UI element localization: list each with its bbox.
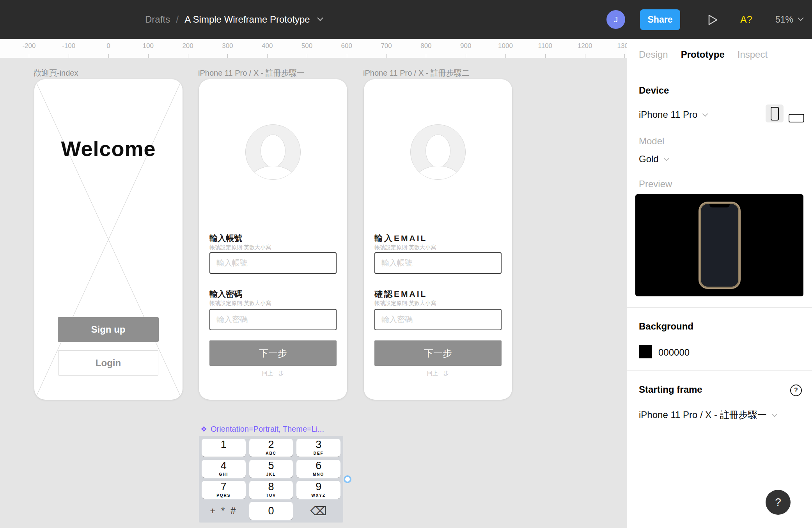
ruler-number: 1200 — [578, 42, 592, 50]
tab-prototype[interactable]: Prototype — [681, 49, 725, 60]
portrait-orientation-button[interactable] — [766, 105, 784, 122]
ruler-number: 500 — [301, 42, 312, 50]
numeric-keyboard[interactable]: 12ABC3DEF4GHI5JKL6MNO7PQRS8TUV9WXYZ+ * #… — [199, 436, 343, 523]
field-hint-password: 帳號設定原則:英數大小寫 — [209, 300, 271, 307]
ruler-tick — [466, 54, 466, 58]
key-digit: 5 — [268, 461, 274, 471]
next-step-button[interactable]: 下一步 — [374, 340, 502, 366]
login-button[interactable]: Login — [58, 350, 158, 376]
ruler-tick — [148, 54, 149, 58]
model-select[interactable]: Gold — [639, 154, 669, 165]
device-select[interactable]: iPhone 11 Pro — [639, 109, 707, 120]
keypad-key-3[interactable]: 3DEF — [296, 439, 340, 457]
key-digit: 2 — [268, 439, 274, 450]
back-link[interactable]: 回上一步 — [199, 370, 347, 377]
key-letters: WXYZ — [311, 493, 326, 498]
ruler-number: 900 — [460, 42, 471, 50]
keypad-key-1[interactable]: 1 — [202, 439, 246, 457]
frame-title-welcome[interactable]: 歡迎頁-index — [34, 68, 78, 78]
tab-inspect[interactable]: Inspect — [738, 49, 768, 60]
frame-welcome[interactable]: Welcome Sign up Login — [34, 79, 183, 400]
file-title[interactable]: A Simple Wireframe Prototype — [184, 14, 310, 25]
password-input[interactable] — [209, 309, 337, 330]
avatar-placeholder-icon — [410, 124, 466, 180]
signup-button[interactable]: Sign up — [58, 317, 159, 342]
phone-portrait-icon — [771, 107, 779, 120]
starting-frame-heading: Starting frame — [639, 384, 702, 395]
email-input[interactable] — [374, 252, 502, 274]
ruler-tick — [585, 54, 585, 58]
key-letters: MNO — [313, 472, 324, 477]
present-play-button[interactable] — [704, 12, 720, 28]
avatar-placeholder-icon — [245, 124, 301, 180]
key-digit: 8 — [268, 482, 274, 492]
key-letters: DEF — [314, 451, 324, 456]
ruler-tick — [307, 54, 307, 58]
zoom-control[interactable]: 51% — [775, 0, 802, 39]
keypad-key-8[interactable]: 8TUV — [249, 481, 293, 499]
device-heading: Device — [639, 85, 669, 96]
confirm-email-input[interactable] — [374, 309, 502, 330]
topbar: Drafts / A Simple Wireframe Prototype J … — [0, 0, 812, 39]
keypad-key-9[interactable]: 9WXYZ — [296, 481, 340, 499]
preview-phone-screen — [701, 204, 738, 287]
account-input[interactable] — [209, 252, 337, 274]
ruler-tick — [227, 54, 228, 58]
accessibility-badge[interactable]: A? — [740, 0, 752, 39]
key-letters: ABC — [266, 451, 277, 456]
field-label-password: 輸入密碼 — [209, 289, 242, 299]
back-link[interactable]: 回上一步 — [364, 370, 512, 377]
phone-landscape-icon — [789, 114, 804, 122]
ruler-number: 100 — [143, 42, 154, 50]
canvas[interactable]: 歡迎頁-index iPhone 11 Pro / X - 註冊步驟一 iPho… — [0, 58, 627, 528]
ruler-number: 1100 — [538, 42, 553, 50]
keypad-key-6[interactable]: 6MNO — [296, 460, 340, 478]
share-button[interactable]: Share — [640, 9, 680, 30]
field-label-email: 輸入EMAIL — [374, 233, 427, 244]
keypad-key-5[interactable]: 5JKL — [249, 460, 293, 478]
preview-label: Preview — [639, 179, 672, 190]
preview-phone-gold — [699, 202, 741, 289]
avatar-shoulders-shape — [411, 166, 465, 180]
keyboard-component-label[interactable]: ❖ Orientation=Portrait, Theme=Li... — [200, 425, 324, 434]
frame-title-step1[interactable]: iPhone 11 Pro / X - 註冊步驟一 — [198, 68, 305, 78]
key-digit: 7 — [221, 482, 227, 492]
field-hint-email: 帳號設定原則:英數大小寫 — [374, 244, 436, 251]
avatar-head-shape — [426, 135, 450, 167]
help-button[interactable]: ? — [766, 490, 791, 515]
ruler-number: 1000 — [498, 42, 513, 50]
next-step-button[interactable]: 下一步 — [209, 340, 337, 366]
landscape-orientation-button[interactable] — [788, 109, 805, 127]
background-color-swatch[interactable] — [639, 345, 652, 358]
device-chevron-down-icon — [702, 111, 708, 116]
ruler-tick — [108, 54, 109, 58]
ruler-number: -100 — [62, 42, 75, 50]
ruler-tick — [426, 54, 426, 58]
starting-frame-help-icon[interactable]: ? — [790, 384, 802, 396]
component-icon: ❖ — [200, 425, 207, 434]
frame-step2[interactable]: 輸入EMAIL 帳號設定原則:英數大小寫 確認EMAIL 帳號設定原則:英數大小… — [364, 79, 512, 400]
symbols-key[interactable]: + * # — [202, 502, 246, 520]
keypad-key-7[interactable]: 7PQRS — [202, 481, 246, 499]
starting-frame-select[interactable]: iPhone 11 Pro / X - 註冊步驟一 — [639, 409, 777, 421]
background-hex-value[interactable]: 000000 — [658, 347, 690, 358]
selection-handle[interactable] — [344, 475, 351, 483]
frame-title-step2[interactable]: iPhone 11 Pro / X - 註冊步驟二 — [363, 68, 470, 78]
right-panel: Design Prototype Inspect Device iPhone 1… — [627, 39, 812, 528]
device-value: iPhone 11 Pro — [639, 109, 697, 120]
keypad-key-0[interactable]: 0 — [249, 502, 293, 520]
keypad-key-4[interactable]: 4GHI — [202, 460, 246, 478]
user-avatar[interactable]: J — [606, 10, 625, 29]
key-letters: JKL — [266, 472, 276, 477]
ruler-tick — [545, 54, 546, 58]
keypad-key-2[interactable]: 2ABC — [249, 439, 293, 457]
frame-step1[interactable]: 輸入帳號 帳號設定原則:英數大小寫 輸入密碼 帳號設定原則:英數大小寫 下一步 … — [199, 79, 347, 400]
ruler-number: 600 — [341, 42, 352, 50]
backspace-icon[interactable]: ⌫ — [296, 502, 340, 520]
title-chevron-down-icon[interactable] — [317, 15, 323, 21]
tab-design[interactable]: Design — [639, 49, 668, 60]
key-letters: TUV — [266, 493, 276, 498]
breadcrumb-drafts[interactable]: Drafts — [145, 14, 170, 25]
key-digit: 4 — [221, 461, 227, 471]
horizontal-ruler: -200-10001002003004005006007008009001000… — [0, 39, 627, 58]
